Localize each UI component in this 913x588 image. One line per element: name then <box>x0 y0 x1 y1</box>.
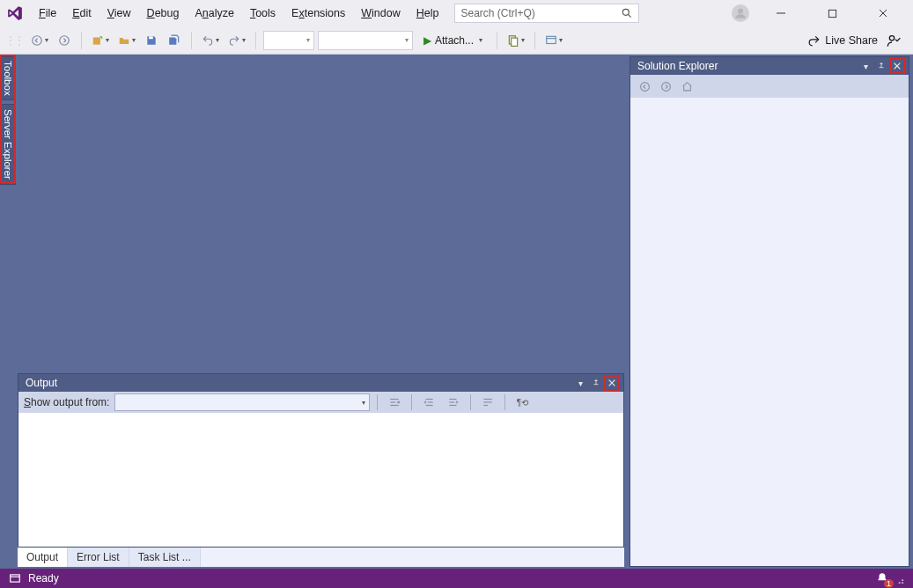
menu-edit[interactable]: Edit <box>65 4 99 23</box>
toolbar-separator <box>191 32 192 49</box>
svg-line-1 <box>629 14 631 17</box>
left-tab-toolbox-label: Toolbox <box>3 61 13 96</box>
play-icon: ▶ <box>423 34 431 47</box>
solution-explorer-options-icon[interactable]: ▾ <box>858 58 873 74</box>
menu-help[interactable]: Help <box>409 4 446 23</box>
undo-button[interactable] <box>199 31 222 50</box>
left-tab-toolbox[interactable]: Toolbox <box>0 56 16 100</box>
output-wrap-icon[interactable] <box>478 393 497 411</box>
center-area: Output ▾ Show output from: <box>16 55 628 569</box>
redo-button[interactable] <box>225 31 248 50</box>
menu-view[interactable]: View <box>100 4 138 23</box>
client-area: Toolbox Server Explorer Output ▾ Show ou… <box>0 55 913 569</box>
menu-tools[interactable]: Tools <box>243 4 283 23</box>
bottom-tab-strip: Output Error List Task List ... <box>18 548 624 567</box>
bottom-tab-output[interactable]: Output <box>18 548 68 567</box>
toolbar-separator <box>411 394 412 410</box>
pin-icon[interactable] <box>873 58 889 74</box>
svg-point-0 <box>623 9 630 15</box>
toolbar-separator <box>504 394 505 410</box>
save-button[interactable] <box>142 31 161 50</box>
bottom-tab-error-list[interactable]: Error List <box>68 548 129 567</box>
window-minimize-button[interactable] <box>762 1 800 26</box>
notifications-button[interactable]: 1 <box>876 572 888 584</box>
notification-count: 1 <box>884 579 894 588</box>
output-panel-header[interactable]: Output ▾ <box>18 374 623 392</box>
svg-point-2 <box>738 9 743 14</box>
output-indent-left-icon[interactable] <box>419 393 438 411</box>
toolbar-separator <box>81 32 82 49</box>
statusbar-status: Ready <box>28 572 59 584</box>
statusbar-window-icon <box>9 572 21 584</box>
toolbar-separator <box>534 32 535 49</box>
menu-window[interactable]: Window <box>354 4 407 23</box>
document-well-empty <box>16 55 628 373</box>
menu-extensions[interactable]: Extensions <box>284 4 352 23</box>
se-nav-back-icon[interactable] <box>636 77 653 95</box>
main-toolbar: ⋮⋮ ▶ Attach... Live Share <box>0 26 913 55</box>
save-all-button[interactable] <box>165 31 184 50</box>
output-body[interactable] <box>18 413 623 547</box>
output-panel-options-icon[interactable]: ▾ <box>572 375 588 391</box>
solution-explorer-toolbar <box>630 75 909 98</box>
window-layout-button[interactable] <box>542 31 565 50</box>
se-nav-forward-icon[interactable] <box>657 77 674 95</box>
solution-platform-combo[interactable] <box>318 31 413 50</box>
svg-rect-12 <box>512 38 518 46</box>
show-output-from-label: Show output from: <box>24 396 109 408</box>
menubar: File Edit View Debug Analyze Tools Exten… <box>0 0 913 26</box>
output-panel-title: Output <box>26 377 572 389</box>
admin-icon[interactable] <box>887 33 901 48</box>
left-tab-server-label: Server Explorer <box>3 109 13 180</box>
attach-debugger-button[interactable]: ▶ Attach... <box>416 31 490 50</box>
left-tab-server-explorer[interactable]: Server Explorer <box>0 104 16 185</box>
search-icon <box>621 7 633 19</box>
attach-label: Attach... <box>435 34 474 47</box>
account-avatar[interactable] <box>732 4 749 22</box>
live-share-label: Live Share <box>825 34 878 47</box>
svg-point-7 <box>33 35 42 45</box>
solution-config-combo[interactable] <box>263 31 314 50</box>
open-file-button[interactable] <box>115 31 138 50</box>
toolbar-separator <box>255 32 256 49</box>
new-project-button[interactable] <box>89 31 112 50</box>
svg-point-34 <box>640 82 649 91</box>
svg-rect-9 <box>93 37 100 44</box>
menu-analyze[interactable]: Analyze <box>188 4 240 23</box>
bottom-tab-task-list[interactable]: Task List ... <box>129 548 201 567</box>
statusbar-resize-grip-icon: ⣠ <box>897 572 904 584</box>
menu-file[interactable]: File <box>32 4 63 23</box>
search-placeholder: Search (Ctrl+Q) <box>460 7 534 19</box>
live-share-button[interactable]: Live Share <box>808 34 878 47</box>
window-close-button[interactable] <box>864 1 902 26</box>
svg-rect-13 <box>547 36 556 43</box>
output-panel-close-button[interactable] <box>604 375 620 391</box>
pin-icon[interactable] <box>588 375 604 391</box>
toolbar-separator <box>497 32 497 49</box>
svg-rect-10 <box>149 36 153 39</box>
output-toolbar: Show output from: ¶⟲ <box>18 392 623 413</box>
svg-point-8 <box>60 35 70 45</box>
output-indent-right-icon[interactable] <box>444 393 463 411</box>
window-maximize-button[interactable] <box>813 1 851 26</box>
search-input[interactable]: Search (Ctrl+Q) <box>454 4 639 23</box>
output-symbols-icon[interactable]: ¶⟲ <box>512 393 532 411</box>
toolbar-separator <box>470 394 471 410</box>
nav-forward-button[interactable] <box>55 31 74 50</box>
svg-point-35 <box>661 82 670 91</box>
solution-explorer-close-button[interactable] <box>889 58 905 74</box>
statusbar: Ready 1 ⣠ <box>0 569 913 588</box>
toolbar-grip-icon: ⋮⋮ <box>5 34 23 47</box>
solution-explorer-header[interactable]: Solution Explorer ▾ <box>630 57 909 75</box>
find-in-files-button[interactable] <box>504 31 527 50</box>
solution-explorer-body[interactable] <box>630 98 909 566</box>
svg-rect-4 <box>828 10 836 17</box>
menu-debug[interactable]: Debug <box>140 4 187 23</box>
output-clear-icon[interactable] <box>385 393 404 411</box>
svg-point-15 <box>889 35 894 40</box>
se-home-icon[interactable] <box>678 77 696 95</box>
toolbar-separator <box>377 394 378 410</box>
output-source-combo[interactable] <box>114 393 370 411</box>
vs-logo-icon <box>5 4 25 23</box>
nav-back-button[interactable] <box>28 31 51 50</box>
